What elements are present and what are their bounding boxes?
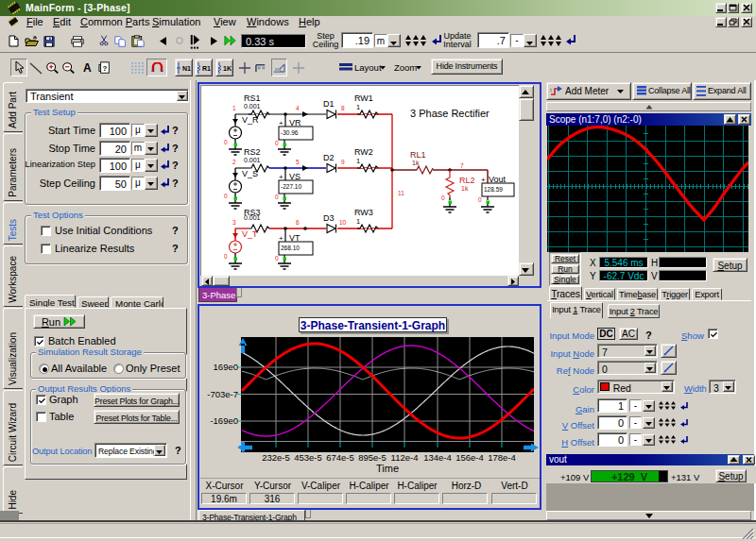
svg-text:0: 0 xyxy=(441,194,445,201)
svg-text:V_R: V_R xyxy=(242,115,259,125)
svg-text:0.001: 0.001 xyxy=(244,103,261,110)
svg-text:R1: R1 xyxy=(202,65,211,72)
svg-text:0: 0 xyxy=(478,196,482,203)
svg-text:RS1: RS1 xyxy=(244,93,261,103)
svg-text:232e-5: 232e-5 xyxy=(262,452,290,463)
svg-text:2: 2 xyxy=(232,159,236,165)
svg-text:1: 1 xyxy=(356,157,360,165)
svg-text:0.001: 0.001 xyxy=(244,157,261,163)
svg-text:128.59: 128.59 xyxy=(484,186,503,193)
svg-text:-30.96: -30.96 xyxy=(281,129,299,136)
svg-text:N1: N1 xyxy=(182,65,191,72)
svg-text:169e0: 169e0 xyxy=(214,362,238,372)
svg-text:RL1: RL1 xyxy=(410,150,426,160)
svg-text:-227.10: -227.10 xyxy=(281,183,301,190)
svg-text:6: 6 xyxy=(296,219,300,226)
svg-text:Time: Time xyxy=(376,463,399,474)
svg-text:0: 0 xyxy=(275,140,279,146)
svg-text:1K: 1K xyxy=(223,65,232,72)
svg-text:0: 0 xyxy=(275,194,279,200)
svg-text:0.001: 0.001 xyxy=(244,214,261,221)
svg-text:5: 5 xyxy=(296,159,300,165)
svg-text:8: 8 xyxy=(341,105,345,111)
svg-text:10: 10 xyxy=(339,219,347,226)
svg-text:RW2: RW2 xyxy=(354,147,373,157)
svg-text:134e-4: 134e-4 xyxy=(423,452,452,463)
svg-text:-703e-7: -703e-7 xyxy=(207,389,238,399)
svg-text:156e-4: 156e-4 xyxy=(455,452,484,463)
svg-text:0: 0 xyxy=(224,253,228,260)
svg-text:9: 9 xyxy=(341,159,345,165)
svg-text:RL2: RL2 xyxy=(459,176,475,185)
svg-text:4: 4 xyxy=(296,105,300,111)
svg-text:453e-5: 453e-5 xyxy=(294,452,322,463)
svg-text:0: 0 xyxy=(224,193,228,199)
svg-text:178e-4: 178e-4 xyxy=(488,452,516,463)
svg-text:RS2: RS2 xyxy=(244,147,261,157)
svg-text:112e-4: 112e-4 xyxy=(391,452,419,463)
svg-text:1k: 1k xyxy=(412,160,420,166)
svg-text:-169e0: -169e0 xyxy=(210,415,238,426)
svg-text:1: 1 xyxy=(232,105,236,111)
svg-text:3: 3 xyxy=(232,219,236,226)
svg-text:3 Phase Rectifier: 3 Phase Rectifier xyxy=(410,108,490,119)
svg-text:1: 1 xyxy=(356,217,360,226)
svg-text:11: 11 xyxy=(398,190,404,196)
svg-text:1: 1 xyxy=(356,103,360,111)
svg-text:V_T: V_T xyxy=(242,229,258,239)
svg-text:RW3: RW3 xyxy=(354,208,373,217)
svg-text:0: 0 xyxy=(224,139,228,145)
svg-text:V_S: V_S xyxy=(242,169,258,178)
svg-text:D2: D2 xyxy=(323,153,335,162)
svg-text:674e-5: 674e-5 xyxy=(326,452,354,463)
svg-text:?: ? xyxy=(103,64,108,73)
svg-text:7: 7 xyxy=(460,162,464,169)
svg-text:RW1: RW1 xyxy=(354,93,373,103)
svg-text:D3: D3 xyxy=(323,213,335,223)
svg-text:D1: D1 xyxy=(323,99,335,109)
svg-text:895e-5: 895e-5 xyxy=(358,452,387,463)
svg-text:1k: 1k xyxy=(461,185,469,192)
svg-text:268.10: 268.10 xyxy=(281,245,300,251)
svg-text:0: 0 xyxy=(275,255,279,262)
